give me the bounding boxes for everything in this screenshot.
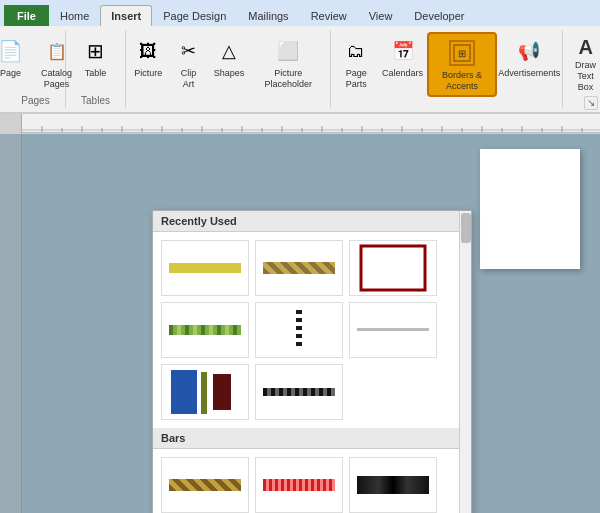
page-label: Page bbox=[0, 68, 21, 79]
borders-accents-button[interactable]: ⊞ Borders & Accents bbox=[427, 32, 497, 97]
recently-used-item-5[interactable] bbox=[255, 302, 343, 358]
table-icon: ⊞ bbox=[80, 35, 112, 67]
illustrations-group: 🖼 Picture ✂ Clip Art △ Shapes ⬜ Picture … bbox=[126, 30, 331, 108]
recently-used-item-1[interactable] bbox=[161, 240, 249, 296]
recently-used-item-6[interactable] bbox=[349, 302, 437, 358]
draw-text-box-label: Draw Text Box bbox=[574, 60, 598, 92]
tab-row: File Home Insert Page Design Mailings Re… bbox=[0, 0, 600, 26]
tab-file[interactable]: File bbox=[4, 5, 49, 26]
picture-button[interactable]: 🖼 Picture bbox=[130, 32, 166, 82]
clip-art-label: Clip Art bbox=[175, 68, 201, 90]
table-button[interactable]: ⊞ Table bbox=[75, 32, 117, 82]
clip-art-icon: ✂ bbox=[173, 35, 205, 67]
recently-used-item-7[interactable] bbox=[161, 364, 249, 420]
picture-placeholder-icon: ⬜ bbox=[272, 35, 304, 67]
shapes-icon: △ bbox=[213, 35, 245, 67]
page-icon: 📄 bbox=[0, 35, 27, 67]
calendars-icon: 📅 bbox=[387, 35, 419, 67]
recently-used-header: Recently Used bbox=[153, 211, 471, 232]
svg-rect-37 bbox=[201, 372, 207, 414]
building-blocks-group: 🗂 Page Parts 📅 Calendars ⊞ Borders & Acc… bbox=[331, 30, 563, 108]
advertisements-label: Advertisements bbox=[498, 68, 560, 79]
recently-used-item-empty bbox=[349, 364, 437, 420]
page-button[interactable]: 📄 Page bbox=[0, 32, 30, 82]
bars-item-1[interactable] bbox=[161, 457, 249, 513]
pages-group: 📄 Page 📋 Catalog Pages Pages bbox=[6, 30, 66, 108]
tables-group: ⊞ Table Tables bbox=[66, 30, 126, 108]
bars-item-2[interactable] bbox=[255, 457, 343, 513]
svg-rect-36 bbox=[213, 374, 231, 410]
picture-label: Picture bbox=[134, 68, 162, 79]
tab-view[interactable]: View bbox=[358, 5, 404, 26]
advertisements-button[interactable]: 📢 Advertisements bbox=[501, 32, 558, 82]
svg-text:⊞: ⊞ bbox=[458, 48, 466, 59]
shapes-button[interactable]: △ Shapes bbox=[211, 32, 247, 82]
tab-mailings[interactable]: Mailings bbox=[237, 5, 299, 26]
page-parts-button[interactable]: 🗂 Page Parts bbox=[335, 32, 379, 93]
page-parts-label: Page Parts bbox=[340, 68, 374, 90]
recently-used-grid bbox=[153, 232, 471, 428]
ruler-row bbox=[0, 114, 600, 134]
calendars-button[interactable]: 📅 Calendars bbox=[382, 32, 423, 82]
ruler-corner bbox=[0, 114, 22, 133]
bars-grid bbox=[153, 449, 471, 513]
shapes-label: Shapes bbox=[214, 68, 245, 79]
content-area: Recently Used bbox=[22, 134, 600, 513]
tab-review[interactable]: Review bbox=[300, 5, 358, 26]
page-canvas bbox=[480, 149, 580, 269]
dropdown-scrollbar[interactable] bbox=[459, 211, 471, 513]
borders-accents-icon: ⊞ bbox=[446, 37, 478, 69]
recently-used-item-2[interactable] bbox=[255, 240, 343, 296]
main-area: Recently Used bbox=[0, 134, 600, 513]
tables-group-label: Tables bbox=[81, 93, 110, 106]
advertisements-icon: 📢 bbox=[513, 35, 545, 67]
tab-insert[interactable]: Insert bbox=[100, 5, 152, 26]
tab-developer[interactable]: Developer bbox=[403, 5, 475, 26]
calendars-label: Calendars bbox=[382, 68, 423, 79]
svg-rect-34 bbox=[361, 246, 425, 290]
picture-icon: 🖼 bbox=[132, 35, 164, 67]
table-label: Table bbox=[85, 68, 107, 79]
recently-used-item-4[interactable] bbox=[161, 302, 249, 358]
picture-placeholder-label: Picture Placeholder bbox=[256, 68, 320, 90]
bars-item-3[interactable] bbox=[349, 457, 437, 513]
clip-art-button[interactable]: ✂ Clip Art bbox=[170, 32, 206, 93]
scrollbar-thumb[interactable] bbox=[461, 213, 471, 243]
draw-text-box-button[interactable]: A Draw Text Box bbox=[571, 32, 600, 95]
page-parts-icon: 🗂 bbox=[340, 35, 372, 67]
draw-text-box-icon: A bbox=[574, 35, 598, 59]
svg-rect-35 bbox=[171, 370, 197, 414]
dialog-launcher[interactable]: ↘ bbox=[584, 96, 598, 110]
pages-group-label: Pages bbox=[21, 93, 49, 106]
ribbon: 📄 Page 📋 Catalog Pages Pages ⊞ Table Tab… bbox=[0, 26, 600, 114]
tab-home[interactable]: Home bbox=[49, 5, 100, 26]
borders-accents-label: Borders & Accents bbox=[434, 70, 490, 92]
left-sidebar bbox=[0, 134, 22, 513]
horizontal-ruler bbox=[22, 114, 600, 133]
recently-used-item-8[interactable] bbox=[255, 364, 343, 420]
tab-page-design[interactable]: Page Design bbox=[152, 5, 237, 26]
recently-used-item-3[interactable] bbox=[349, 240, 437, 296]
picture-placeholder-button[interactable]: ⬜ Picture Placeholder bbox=[251, 32, 325, 93]
bars-header: Bars bbox=[153, 428, 471, 449]
borders-accents-dropdown: Recently Used bbox=[152, 210, 472, 513]
